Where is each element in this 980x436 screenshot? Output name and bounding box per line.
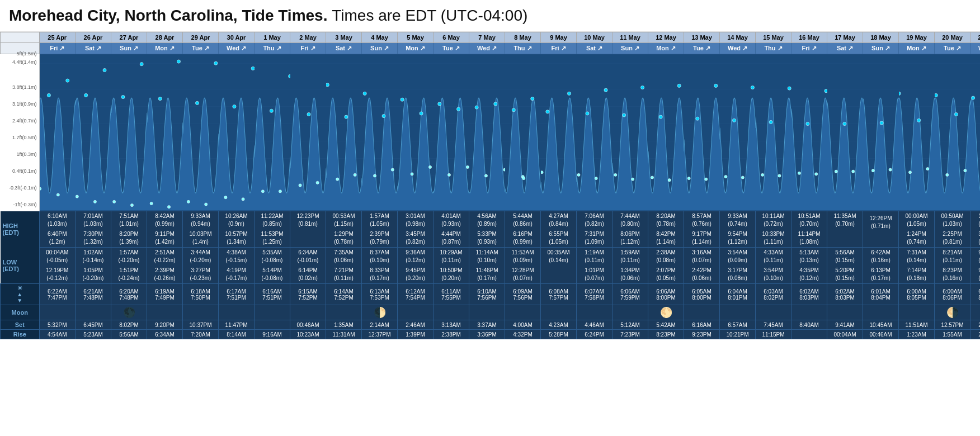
- moon-set-26: 2:04PM: [970, 320, 981, 330]
- high-val-2-6: (1.25m): [256, 238, 288, 246]
- low-time-2-16: 1:34PM: [614, 267, 646, 274]
- day-header-22: Sat ↗: [827, 43, 863, 54]
- high-val-1-14: (0.84m): [543, 220, 574, 228]
- moon-rise-16: 7:23PM: [613, 330, 648, 339]
- sun-set-24: 8:05PM: [901, 295, 932, 301]
- moon-phase-14: [541, 305, 577, 320]
- sun-rise-24: 6:00AM: [901, 288, 932, 295]
- svg-point-397: [971, 96, 974, 99]
- high-val-2-17: (1.14m): [650, 238, 682, 246]
- low-val-1-8: (0.06m): [328, 257, 360, 264]
- svg-point-118: [316, 181, 319, 184]
- day-header-25: Tue ↗: [935, 43, 970, 54]
- high-time-1-13: 5:44AM: [507, 212, 539, 220]
- svg-point-58: [150, 202, 153, 205]
- sun-rise-12: 6:10AM: [471, 288, 503, 295]
- sun-rise-6: 6:16AM: [256, 288, 288, 295]
- day-header-12: Wed ↗: [469, 43, 505, 54]
- chart-cell-11: [434, 54, 469, 211]
- high-val-1-25: (1.03m): [936, 220, 968, 228]
- svg-point-265: [677, 84, 681, 87]
- high-val-2-11: (0.87m): [435, 238, 467, 246]
- high-val-2-10: (0.82m): [399, 238, 431, 246]
- svg-point-145: [363, 92, 366, 95]
- low-val-1-17: (0.08m): [650, 257, 682, 264]
- low-data-2: 1:57AM(-0.20m)1:51PM(-0.24m): [111, 248, 147, 284]
- moon-phase-1: [76, 305, 111, 320]
- low-time-1-6: 5:35AM: [256, 249, 288, 257]
- low-val-2-10: (0.20m): [399, 274, 431, 282]
- high-time-1-14: 4:27AM: [543, 212, 574, 220]
- date-header-13: 8 May: [505, 32, 541, 43]
- date-header-19: 14 May: [720, 32, 756, 43]
- sun-data-2: 6:20AM7:48PM: [111, 284, 147, 305]
- sun-rise-19: 6:04AM: [722, 288, 753, 295]
- low-val-2-17: (0.05m): [650, 274, 682, 282]
- high-val-2-25: (0.81m): [936, 238, 968, 246]
- sun-rise-25: 6:00AM: [936, 288, 968, 295]
- low-data-19: 3:54AM(0.09m)3:17PM(0.08m): [720, 248, 756, 284]
- date-header-18: 13 May: [684, 32, 720, 43]
- date-header-24: 19 May: [899, 32, 935, 43]
- low-data-5: 4:38AM(-0.15m)4:19PM(-0.17m): [219, 248, 255, 284]
- low-time-2-13: 12:28PM: [507, 267, 539, 274]
- high-time-1-3: 8:42AM: [149, 212, 181, 220]
- sun-data-8: 6:14AM7:52PM: [326, 284, 362, 305]
- svg-point-312: [778, 174, 780, 177]
- high-data-24: 00:00AM(1.05m)1:24PM(0.74m): [899, 211, 935, 248]
- sun-set-7: 7:52PM: [292, 295, 324, 301]
- moon-rise-26: 2:24AM: [970, 330, 981, 339]
- day-header-18: Tue ↗: [684, 43, 720, 54]
- day-header-14: Fri ↗: [541, 43, 577, 54]
- svg-point-73: [187, 200, 190, 203]
- sun-label: ☀▲▼: [1, 284, 40, 305]
- sun-data-6: 6:16AM7:51PM: [255, 284, 290, 305]
- moon-rise-12: 3:36PM: [469, 330, 505, 339]
- low-val-1-5: (-0.15m): [220, 257, 252, 264]
- high-time-2-21: 11:14PM: [793, 230, 825, 238]
- sun-rise-14: 6:08AM: [543, 288, 574, 295]
- date-header-3: 28 Apr: [147, 32, 183, 43]
- svg-point-250: [640, 86, 644, 89]
- day-header-1: Sat ↗: [76, 43, 111, 54]
- high-data-19: 9:33AM(0.74m)9:54PM(1.12m): [720, 211, 756, 248]
- date-header-6: 1 May: [255, 32, 290, 43]
- y-label-3: 3.1ft(0.9m): [12, 101, 37, 107]
- chart-cell-20: [756, 54, 791, 211]
- moon-label: Moon: [1, 305, 40, 320]
- low-data-10: 9:36AM(0.12m)9:45PM(0.20m): [398, 248, 434, 284]
- svg-point-237: [595, 177, 597, 179]
- high-time-2-14: 6:55PM: [543, 230, 574, 238]
- moon-rise-18: 9:23PM: [684, 330, 720, 339]
- high-val-1-15: (0.82m): [578, 220, 610, 228]
- high-val-1-11: (0.93m): [435, 220, 467, 228]
- high-val-1-22: (0.70m): [829, 220, 861, 228]
- low-val-2-3: (-0.26m): [149, 274, 181, 282]
- svg-point-296: [724, 175, 727, 178]
- low-val-1-16: (0.11m): [614, 257, 646, 264]
- chart-cell-15: [577, 54, 613, 211]
- svg-point-71: [195, 101, 199, 105]
- low-val-1-0: (-0.05m): [41, 257, 74, 264]
- low-val-1-1: (-0.14m): [77, 257, 109, 264]
- date-header-17: 12 May: [648, 32, 684, 43]
- chart-cell-21: [791, 54, 827, 211]
- low-time-2-12: 11:46PM: [471, 267, 503, 274]
- svg-point-11: [47, 93, 50, 97]
- svg-point-42: [140, 63, 143, 66]
- high-data-2: 7:51AM(1.01m)8:20PM(1.39m): [111, 211, 147, 248]
- high-val-1-0: (1.03m): [41, 220, 74, 228]
- low-val-1-19: (0.09m): [722, 257, 753, 264]
- sun-rise-16: 6:06AM: [614, 288, 646, 295]
- day-header-6: Thu ↗: [255, 43, 290, 54]
- high-section-label: HIGH(EDT): [1, 211, 40, 248]
- high-data-16: 7:44AM(0.80m)8:06PM(1.12m): [613, 211, 648, 248]
- low-val-2-21: (0.12m): [793, 274, 825, 282]
- low-val-1-7: (-0.01m): [292, 257, 324, 264]
- low-val-1-12: (0.10m): [471, 257, 503, 264]
- date-header-16: 11 May: [613, 32, 648, 43]
- sun-set-26: 8:06PM: [972, 295, 980, 301]
- low-section-label: LOW(EDT): [1, 248, 40, 284]
- y-label-8: -0.3ft(-0.1m): [9, 185, 37, 191]
- day-header-10: Mon ↗: [398, 43, 434, 54]
